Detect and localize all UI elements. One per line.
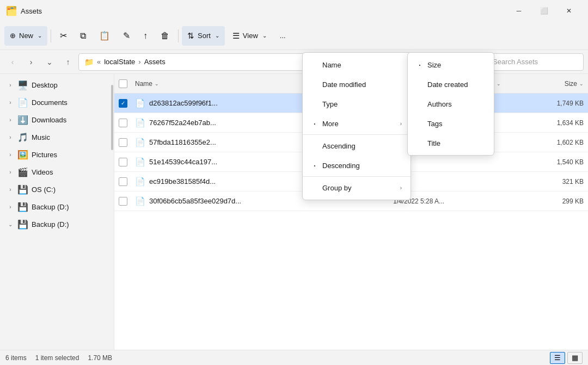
file-checkbox-5[interactable] [119,177,135,186]
maximize-button[interactable]: ⬜ [531,2,556,20]
header-check [119,79,135,88]
sort-group-label: Group by [322,184,396,192]
more-icon: ... [280,32,286,40]
file-checkbox-3[interactable] [119,138,135,147]
new-label: New [19,32,33,40]
status-left: 6 items 1 item selected 1.70 MB [5,354,112,362]
sidebar-item-videos[interactable]: › 🎬 Videos [2,163,112,181]
sort-ascending-item[interactable]: Ascending [303,136,411,156]
sidebar-item-music[interactable]: › 🎵 Music [2,128,112,146]
sidebar-item-documents[interactable]: › 📄 Documents [2,94,112,111]
paste-button[interactable]: 📋 [94,26,115,46]
header-size[interactable]: Size ⌄ [535,80,584,88]
sidebar-scrollbar[interactable] [111,74,113,350]
backup-d2-icon: 💾 [17,219,28,230]
file-icon-2: 📄 [135,118,146,128]
file-checkbox-6[interactable] [119,197,135,206]
more-date-created-item[interactable]: Date created [408,75,494,94]
size-info: 1.70 MB [88,354,112,362]
new-button[interactable]: ⊕ New ⌄ [4,26,47,46]
sidebar-item-os-c[interactable]: › 💾 OS (C:) [2,181,112,198]
grid-view-button[interactable]: ▦ [567,352,583,364]
more-size-item[interactable]: • Size [408,55,494,75]
sidebar-item-desktop[interactable]: › 🖥️ Desktop [2,76,112,94]
more-tags-item[interactable]: Tags [408,114,494,133]
share-icon: ↑ [143,31,148,41]
chevron-right-icon: › [7,117,14,123]
main-content: › 🖥️ Desktop › 📄 Documents › ⬇️ Download… [0,74,588,350]
rename-button[interactable]: ✎ [118,26,136,46]
close-button[interactable]: ✕ [556,2,581,20]
share-button[interactable]: ↑ [138,26,153,46]
sort-more-bullet: • [311,121,318,126]
file-size-2: 1,634 KB [535,119,584,127]
sidebar-label-music: Music [32,133,50,141]
file-size-1: 1,749 KB [535,100,584,107]
sidebar-item-backup-d-1[interactable]: › 💾 Backup (D:) [2,198,112,215]
sort-group-by-item[interactable]: Group by › [303,178,411,197]
sort-date-modified-item[interactable]: Date modified [303,75,411,94]
back-button[interactable]: ‹ [4,54,21,70]
sort-more-label: More [322,120,396,128]
file-checkbox-4[interactable] [119,158,135,166]
forward-button[interactable]: › [23,54,39,70]
sidebar-label-pictures: Pictures [32,151,57,159]
file-checkbox-1[interactable]: ✓ [119,99,135,108]
sidebar-item-downloads[interactable]: › ⬇️ Downloads [2,111,112,128]
select-all-checkbox[interactable] [119,79,127,88]
sidebar-item-pictures[interactable]: › 🖼️ Pictures [2,146,112,163]
app-icon: 🗂️ [7,6,16,16]
sort-name-label: Name [322,61,402,69]
file-checkbox-2[interactable] [119,119,135,127]
more-tags-label: Tags [427,120,442,128]
status-bar: 6 items 1 item selected 1.70 MB ☰ ▦ [0,350,588,365]
expand-button[interactable]: ⌄ [41,54,58,70]
list-view-button[interactable]: ☰ [550,352,565,364]
view-button[interactable]: ☰ View ⌄ [227,26,272,46]
sidebar-label-backup-d-2: Backup (D:) [32,220,69,228]
sidebar-label-desktop: Desktop [32,81,58,89]
new-chevron-icon: ⌄ [38,33,42,39]
sort-more-item[interactable]: • More › [303,114,411,133]
documents-icon: 📄 [17,97,28,108]
sort-more-chevron-icon: › [400,121,402,127]
more-title-item[interactable]: Title [408,133,494,153]
sort-ascending-label: Ascending [322,142,402,150]
cut-button[interactable]: ✂ [54,26,72,46]
chevron-right-icon: › [7,82,14,88]
path-assets: Assets [144,58,166,66]
cut-icon: ✂ [60,30,67,41]
desktop-icon: 🖥️ [17,80,28,90]
more-button[interactable]: ... [274,26,291,46]
sort-dropdown: Name Date modified Type • More › Ascendi… [302,52,411,200]
search-placeholder: Search Assets [493,58,538,66]
sidebar-label-backup-d-1: Backup (D:) [32,203,69,211]
path-localstate: localState [104,58,135,66]
new-icon: ⊕ [10,32,16,40]
sort-separator [303,134,411,135]
sort-name-item[interactable]: Name [303,55,411,75]
more-dropdown: • Size Date created Authors Tags Title [407,52,494,156]
pictures-icon: 🖼️ [17,150,28,160]
sort-type-item[interactable]: Type [303,94,411,114]
sidebar-label-videos: Videos [32,168,53,176]
sidebar: › 🖥️ Desktop › 📄 Documents › ⬇️ Download… [0,74,114,350]
up-button[interactable]: ↑ [60,54,76,70]
name-col-label: Name [135,80,152,88]
sort-button[interactable]: ⇅ Sort ⌄ [182,26,225,46]
sidebar-item-backup-d-2[interactable]: ⌄ 💾 Backup (D:) [2,215,112,233]
sort-label: Sort [198,32,211,40]
copy-button[interactable]: ⧉ [75,26,91,46]
copy-icon: ⧉ [80,31,86,41]
delete-button[interactable]: 🗑 [155,26,175,46]
minimize-button[interactable]: ─ [506,2,531,20]
downloads-icon: ⬇️ [17,115,28,125]
chevron-right-icon: › [7,152,14,158]
item-count: 6 items [5,354,27,362]
file-icon-6: 📄 [135,196,146,206]
more-authors-item[interactable]: Authors [408,94,494,114]
sort-descending-item[interactable]: • Descending [303,156,411,175]
paste-icon: 📋 [99,30,110,41]
chevron-right-icon: › [7,187,14,193]
chevron-right-icon: › [7,169,14,175]
